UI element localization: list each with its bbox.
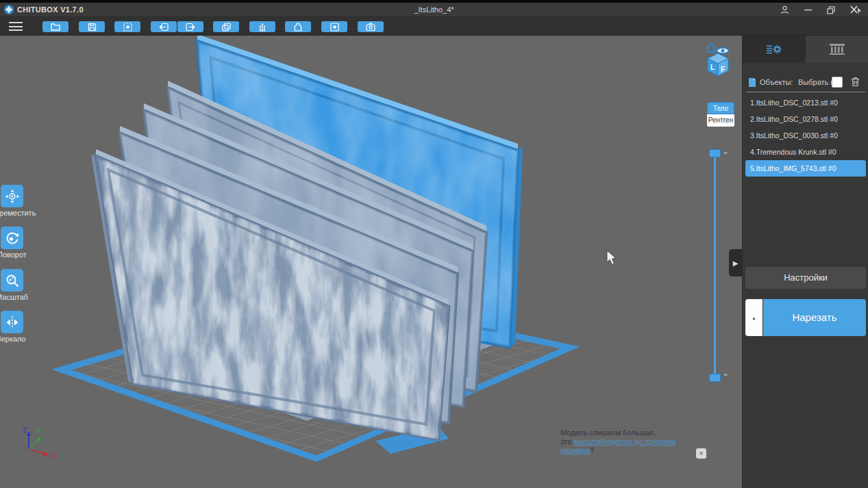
- clip-slider-handle-bottom[interactable]: [709, 374, 721, 382]
- objects-header: Объекты: Выбрать все: [743, 75, 868, 90]
- restore-button[interactable]: [822, 3, 840, 17]
- axis-x-label: X: [51, 452, 56, 460]
- dig-hole-icon: [330, 23, 339, 31]
- chitubox-window: CHITUBOX V1.7.0 _ItsLitho_4*: [0, 0, 868, 488]
- close-icon: [850, 5, 862, 15]
- document-icon: [748, 77, 756, 88]
- scale-to-fit-link[interactable]: масштабируется до пригонки размера: [560, 437, 675, 454]
- account-button[interactable]: [776, 3, 793, 17]
- slice-button[interactable]: Нарезать: [763, 299, 866, 336]
- undo-button[interactable]: [151, 21, 177, 32]
- clip-slider-track: [714, 153, 716, 378]
- title-bar: CHITUBOX V1.7.0 _ItsLitho_4*: [0, 3, 868, 17]
- auto-layout-button[interactable]: [114, 21, 140, 32]
- file-list-item[interactable]: 2.ItsLitho_DSC_0278.stl #0: [745, 111, 866, 127]
- objects-label: Объекты:: [760, 78, 793, 86]
- notification-close-button[interactable]: ×: [696, 448, 706, 459]
- scene-canvas: L F Z Y X: [0, 36, 742, 488]
- axis-y-label: Y: [36, 427, 41, 435]
- scale-icon: [5, 273, 20, 288]
- clip-slider-handle-top[interactable]: [709, 149, 721, 157]
- save-file-button[interactable]: [79, 21, 105, 32]
- rotate-tool-button[interactable]: [1, 227, 23, 249]
- clone-icon: [222, 23, 231, 31]
- notification-message: Модель слишком большая, это масштабирует…: [560, 428, 689, 455]
- main-toolbar: [0, 17, 868, 36]
- view-mode-body-button[interactable]: Тело: [707, 102, 734, 114]
- panel-collapse-arrow[interactable]: ▶: [729, 249, 742, 277]
- home-icon[interactable]: [706, 44, 716, 53]
- axis-z-label: Z: [23, 426, 27, 434]
- redo-icon: [186, 23, 195, 31]
- screenshot-icon: [366, 23, 375, 31]
- auto-layout-icon: [123, 23, 132, 31]
- file-list-item[interactable]: 4.Tremendous Krunk.stl #0: [745, 144, 866, 160]
- open-file-button[interactable]: [42, 21, 69, 32]
- move-tool-label: Переместить: [0, 209, 36, 217]
- view-cube-icon[interactable]: L F: [708, 53, 728, 76]
- file-list-item[interactable]: 1.ItsLitho_DSC_0213.stl #0: [745, 94, 866, 111]
- hollow-icon: [294, 23, 302, 31]
- notification-suffix: ?: [590, 446, 594, 454]
- dig-hole-button[interactable]: [321, 21, 347, 32]
- screenshot-button[interactable]: [358, 21, 384, 32]
- scale-tool-button[interactable]: [1, 269, 23, 292]
- slice-menu-arrow-button[interactable]: ▲: [745, 299, 762, 336]
- tab-objects-settings[interactable]: [743, 36, 806, 63]
- menu-button[interactable]: [9, 22, 23, 31]
- pillars-icon: [828, 43, 846, 55]
- user-icon: [780, 5, 789, 14]
- viewport-3d[interactable]: L F Z Y X: [0, 36, 742, 488]
- notification-prefix: это: [560, 437, 573, 446]
- right-panel: Объекты: Выбрать все 1.ItsLitho_DSC_0213…: [742, 36, 868, 488]
- divider: [746, 92, 865, 92]
- mirror-tool-button[interactable]: [1, 311, 23, 333]
- chevron-down-icon[interactable]: ⌄: [722, 148, 729, 155]
- scale-tool-label: Масштаб: [0, 293, 28, 301]
- open-file-icon: [51, 23, 60, 31]
- move-icon: [5, 189, 20, 204]
- file-list-item-selected[interactable]: 5.ItsLitho_IMG_5743.stl #0: [745, 160, 866, 177]
- minimize-icon: [804, 9, 812, 11]
- rotate-tool-label: Поворот: [0, 251, 27, 259]
- document-title: _ItsLitho_4*: [0, 5, 868, 14]
- clone-button[interactable]: [213, 21, 239, 32]
- list-gear-icon: [766, 43, 782, 55]
- trash-icon[interactable]: [851, 77, 860, 87]
- rotate-icon: [5, 231, 20, 246]
- mouse-cursor: [607, 251, 616, 264]
- support-icon: [258, 23, 267, 31]
- mirror-icon: [5, 315, 20, 330]
- mirror-tool-label: Зеркало: [0, 335, 26, 343]
- notification-line1: Модель слишком большая,: [560, 428, 656, 437]
- support-button[interactable]: [249, 21, 275, 32]
- save-file-icon: [88, 23, 97, 31]
- undo-icon: [159, 23, 169, 31]
- file-list-item[interactable]: 3.ItsLitho_DSC_0030.stl #0: [745, 127, 866, 144]
- tab-supports[interactable]: [806, 36, 868, 63]
- minimize-button[interactable]: [799, 3, 817, 17]
- axis-triad: Z Y X: [23, 426, 56, 460]
- cube-front-label: F: [721, 66, 725, 73]
- chevron-up-icon[interactable]: ⌃: [722, 374, 729, 381]
- move-tool-button[interactable]: [1, 185, 23, 207]
- redo-button[interactable]: [177, 21, 203, 32]
- eye-icon[interactable]: [717, 48, 729, 53]
- settings-button[interactable]: Настройки: [745, 267, 866, 289]
- cube-left-label: L: [710, 64, 715, 71]
- view-mode-xray-button[interactable]: Рентген: [707, 114, 734, 127]
- close-button[interactable]: [847, 3, 865, 17]
- select-all-checkbox[interactable]: [832, 77, 843, 88]
- view-cube[interactable]: L F: [706, 44, 729, 77]
- restore-icon: [827, 6, 835, 14]
- hollow-button[interactable]: [285, 21, 311, 32]
